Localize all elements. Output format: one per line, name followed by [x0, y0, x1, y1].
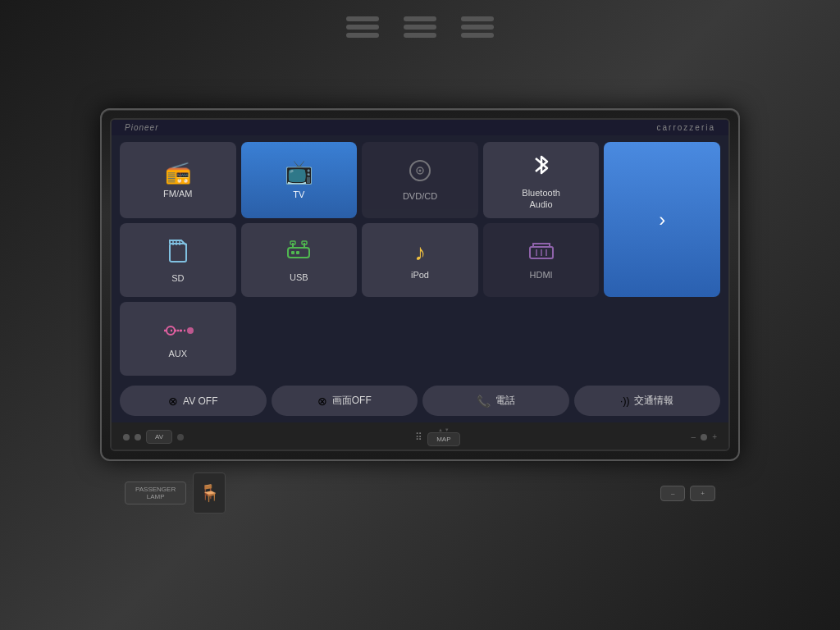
hdmi-icon [528, 241, 555, 264]
svg-rect-3 [170, 244, 186, 262]
svg-point-23 [179, 330, 181, 332]
hw-av-btn[interactable]: AV [146, 430, 172, 444]
dvdcd-label: DVD/CD [403, 190, 437, 202]
hw-group-right: – + [692, 432, 717, 441]
phone-icon: 📞 [477, 395, 491, 408]
screen-off-button[interactable]: ⊗ 画面OFF [272, 386, 418, 416]
phone-label: 電話 [495, 394, 515, 408]
hw-dot-3[interactable] [177, 434, 184, 441]
car-bottom-left: PASSENGERLAMP 🪑 [125, 472, 226, 514]
hw-dot-1[interactable] [123, 434, 130, 441]
hw-grid-icon[interactable]: ⠿ [415, 431, 422, 443]
head-unit: Pioneer carrozzeria 📻 FM/AM 📺 TV [100, 108, 740, 462]
hw-dot-4[interactable] [701, 434, 707, 441]
traffic-button[interactable]: ·)) 交通情報 [574, 386, 721, 416]
next-page-panel: › [604, 142, 720, 298]
fmam-label: FM/AM [163, 188, 192, 199]
source-btn-hdmi[interactable]: HDMI [483, 223, 600, 297]
svg-point-2 [418, 170, 421, 172]
av-off-icon: ⊗ [168, 395, 178, 408]
dvdcd-icon [409, 159, 431, 185]
source-grid: 📻 FM/AM 📺 TV DVD/CD [112, 135, 728, 383]
av-off-label: AV OFF [183, 395, 217, 407]
ipod-icon: ♪ [414, 241, 426, 264]
source-btn-ipod[interactable]: ♪ iPod [362, 223, 478, 297]
hw-controls: AV ⠿ ▲ ▼ MAP – + [112, 422, 728, 450]
plus-btn[interactable]: + [690, 486, 715, 501]
top-vents [346, 16, 494, 38]
traffic-icon: ·)) [620, 395, 629, 407]
sd-label: SD [171, 272, 184, 284]
av-off-button[interactable]: ⊗ AV OFF [120, 386, 267, 416]
aux-label: AUX [168, 348, 187, 359]
car-surround: Pioneer carrozzeria 📻 FM/AM 📺 TV [0, 0, 840, 630]
ipod-label: iPod [411, 269, 429, 281]
screen: Pioneer carrozzeria 📻 FM/AM 📺 TV [110, 118, 730, 452]
usb-icon [286, 240, 311, 267]
hw-group-center: ⠿ ▲ ▼ MAP [415, 427, 459, 446]
svg-point-18 [187, 327, 194, 334]
hw-dot-2[interactable] [135, 434, 141, 441]
usb-label: USB [290, 272, 308, 283]
source-btn-sd[interactable]: SD [120, 223, 236, 297]
svg-rect-9 [296, 251, 299, 254]
phone-button[interactable]: 📞 電話 [422, 386, 569, 416]
car-bottom-right: – + [660, 486, 715, 501]
action-row: ⊗ AV OFF ⊗ 画面OFF 📞 電話 ·)) 交通情報 [112, 382, 728, 422]
hw-plus[interactable]: + [712, 432, 717, 441]
seat-icon: 🪑 [199, 483, 220, 503]
bluetooth-label: BluetoothAudio [522, 187, 559, 211]
screen-off-icon: ⊗ [317, 395, 327, 408]
source-btn-bluetooth[interactable]: BluetoothAudio [483, 142, 600, 219]
source-btn-aux[interactable]: AUX [120, 302, 236, 376]
car-bottom: PASSENGERLAMP 🪑 – + [100, 464, 740, 522]
traffic-label: 交通情報 [634, 394, 673, 408]
svg-point-22 [174, 330, 176, 332]
hdmi-label: HDMI [530, 269, 553, 281]
screen-off-label: 画面OFF [332, 394, 372, 408]
hw-minus[interactable]: – [692, 432, 696, 441]
hw-group-left: AV [123, 430, 184, 444]
bluetooth-icon [531, 152, 552, 182]
hw-map-btn[interactable]: MAP [427, 432, 459, 446]
passenger-lamp-btn[interactable]: PASSENGERLAMP [125, 482, 186, 504]
svg-rect-8 [291, 251, 294, 254]
tv-icon: 📺 [285, 161, 313, 184]
brand-carrozzeria: carrozzeria [657, 123, 715, 132]
sd-icon [168, 239, 188, 267]
aux-icon [162, 320, 194, 343]
source-btn-dvdcd[interactable]: DVD/CD [362, 142, 478, 219]
minus-btn[interactable]: – [660, 486, 685, 501]
source-btn-tv[interactable]: 📺 TV [241, 142, 358, 219]
fmam-icon: 📻 [165, 162, 191, 183]
brand-pioneer: Pioneer [125, 123, 158, 132]
source-btn-usb[interactable]: USB [241, 223, 358, 297]
tv-label: TV [293, 189, 304, 200]
screen-header: Pioneer carrozzeria [112, 120, 728, 135]
source-btn-fmam[interactable]: 📻 FM/AM [120, 142, 236, 219]
